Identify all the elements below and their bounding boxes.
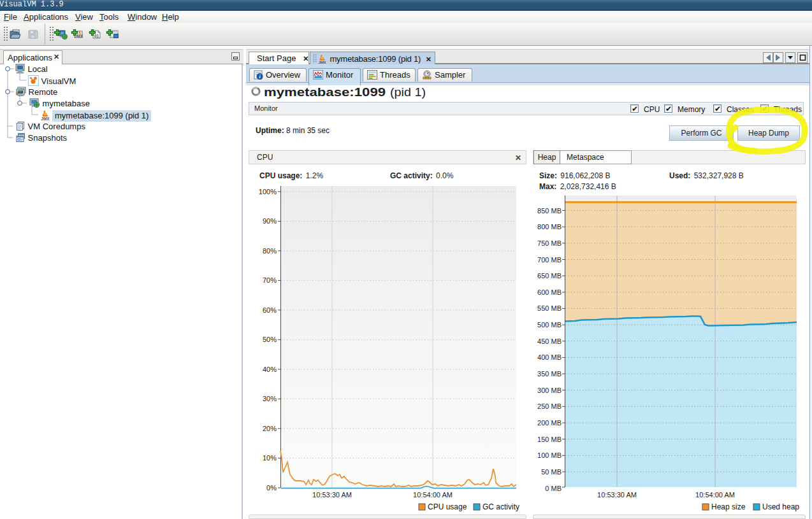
svg-text:10:53:30 AM: 10:53:30 AM bbox=[597, 491, 637, 499]
svg-text:CPU usage: CPU usage bbox=[428, 502, 467, 511]
svg-text:400 MB: 400 MB bbox=[537, 353, 562, 361]
svg-text:50 MB: 50 MB bbox=[541, 468, 562, 476]
svg-text:GC activity: GC activity bbox=[482, 502, 519, 511]
svg-text:60%: 60% bbox=[263, 306, 277, 314]
svg-text:150 MB: 150 MB bbox=[537, 436, 562, 443]
svg-text:50%: 50% bbox=[263, 336, 277, 343]
svg-text:10:53:30 AM: 10:53:30 AM bbox=[312, 491, 352, 499]
svg-text:10%: 10% bbox=[263, 454, 277, 462]
svg-text:100 MB: 100 MB bbox=[537, 451, 562, 459]
svg-text:30%: 30% bbox=[263, 395, 277, 402]
svg-text:10:54:00 AM: 10:54:00 AM bbox=[413, 491, 453, 499]
svg-text:0%: 0% bbox=[266, 484, 277, 492]
svg-text:Used heap: Used heap bbox=[762, 502, 799, 511]
svg-text:01: 01 bbox=[94, 34, 99, 38]
svg-text:40%: 40% bbox=[263, 366, 277, 373]
svg-text:Heap size: Heap size bbox=[711, 502, 746, 511]
svg-text:100%: 100% bbox=[259, 188, 277, 196]
svg-text:70%: 70% bbox=[263, 276, 277, 284]
svg-text:20%: 20% bbox=[263, 425, 277, 432]
svg-text:350 MB: 350 MB bbox=[537, 370, 562, 378]
svg-text:500 MB: 500 MB bbox=[537, 321, 562, 329]
svg-text:650 MB: 650 MB bbox=[537, 272, 562, 280]
svg-text:JMX: JMX bbox=[41, 117, 50, 121]
svg-text:550 MB: 550 MB bbox=[537, 304, 562, 312]
svg-text:90%: 90% bbox=[263, 217, 277, 225]
svg-text:10:54:00 AM: 10:54:00 AM bbox=[695, 491, 735, 499]
svg-text:850 MB: 850 MB bbox=[537, 207, 562, 215]
svg-text:0 MB: 0 MB bbox=[545, 485, 562, 492]
svg-text:250 MB: 250 MB bbox=[537, 402, 562, 410]
svg-text:750 MB: 750 MB bbox=[537, 239, 562, 247]
svg-text:80%: 80% bbox=[263, 247, 277, 255]
svg-text:JMX: JMX bbox=[318, 60, 326, 64]
svg-text:450 MB: 450 MB bbox=[537, 338, 562, 345]
svg-text:700 MB: 700 MB bbox=[537, 256, 562, 264]
svg-text:200 MB: 200 MB bbox=[537, 419, 562, 427]
svg-text:800 MB: 800 MB bbox=[537, 223, 562, 231]
svg-text:600 MB: 600 MB bbox=[537, 288, 562, 296]
svg-text:300 MB: 300 MB bbox=[537, 387, 562, 394]
